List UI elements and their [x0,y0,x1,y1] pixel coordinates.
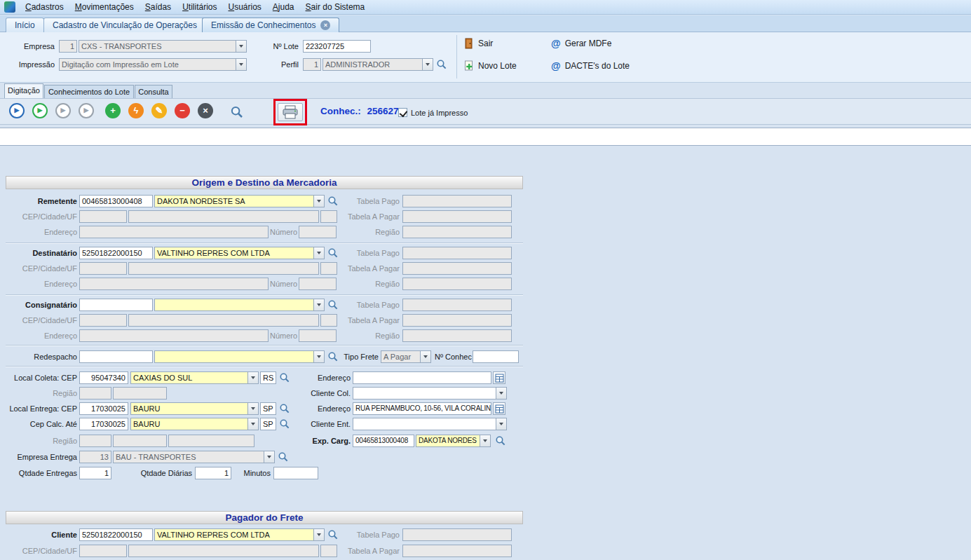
tab-inicio[interactable]: Início [6,18,44,32]
destinatario-numero-field[interactable] [299,278,337,290]
nav-first-button[interactable]: ▶ [9,103,25,118]
tab-vinculacao-operacoes[interactable]: Cadastro de Vinculação de Operações [43,18,206,32]
local-coleta-cidade-combo[interactable]: CAXIAS DO SUL [130,371,259,384]
sair-button[interactable]: Sair [464,38,493,49]
empresa-entrega-code-field[interactable]: 13 [79,451,111,463]
destinatario-tabela-pago-field[interactable] [402,247,512,259]
remetente-endereco-field[interactable] [79,226,269,238]
exp-carg-combo[interactable]: DAKOTA NORDES [416,435,491,447]
cliente-cidade-field[interactable] [128,545,319,557]
consignatario-tabela-pago-field[interactable] [402,299,512,311]
consignatario-regiao-field[interactable] [402,329,512,342]
consignatario-cidade-field[interactable] [128,314,319,327]
redespacho-search-icon[interactable] [327,351,339,363]
destinatario-cep-field[interactable] [79,262,127,275]
impressao-combo[interactable]: Digitação com Impressão em Lote [59,58,247,71]
qtdade-diarias-field[interactable]: 1 [195,467,231,479]
dactes-lote-button[interactable]: @ DACTE's do Lote [551,60,630,71]
coleta-endereco-lookup-button[interactable] [493,371,505,384]
empresa-code-field[interactable]: 1 [59,40,77,53]
local-entrega-uf-field[interactable]: SP [260,402,276,415]
cliente-col-combo[interactable] [353,387,507,399]
destinatario-cidade-field[interactable] [128,262,319,275]
exp-carg-search-icon[interactable] [495,435,507,447]
empresa-entrega-search-icon[interactable] [278,451,290,463]
menu-saidas[interactable]: Saídas [140,1,177,13]
consignatario-cep-field[interactable] [79,314,127,327]
local-coleta-search-icon[interactable] [279,372,291,384]
cep-calc-cidade-combo[interactable]: BAURU [130,418,259,430]
consignatario-combo[interactable] [154,299,325,311]
destinatario-cnpj-field[interactable]: 52501822000150 [79,247,153,259]
destinatario-search-icon[interactable] [327,247,339,259]
menu-ajuda[interactable]: Ajuda [267,1,300,13]
gerar-mdfe-button[interactable]: @ Gerar MDFe [551,38,611,49]
coleta-endereco-field[interactable] [353,371,491,384]
consignatario-endereco-field[interactable] [79,329,269,342]
remetente-regiao-field[interactable] [402,226,512,238]
cliente-tabela-pago-field[interactable] [402,528,512,541]
consignatario-tabela-a-pagar-field[interactable] [402,314,512,327]
cliente-search-icon[interactable] [327,529,339,541]
edit-record-button[interactable]: ✎ [151,103,167,118]
menu-cadastros[interactable]: Cadastros [20,1,69,13]
destinatario-regiao-field[interactable] [402,278,512,290]
tab-emissao-conhecimentos[interactable]: Emissão de Conhecimentos × [202,18,339,32]
empresa-entrega-combo[interactable]: BAU - TRANSPORTES [113,451,275,463]
novo-lote-button[interactable]: Novo Lote [464,60,517,71]
destinatario-uf-field[interactable] [320,262,337,275]
destinatario-combo[interactable]: VALTINHO REPRES COM LTDA [154,247,325,259]
local-entrega-cep-field[interactable]: 17030025 [79,402,128,415]
empty-record-strip[interactable] [0,128,971,146]
cliente-cep-field[interactable] [79,545,127,557]
toolbar-search-icon[interactable] [230,105,242,117]
local-coleta-uf-field[interactable]: RS [260,371,276,384]
remetente-tabela-pago-field[interactable] [402,195,512,207]
subtab-consulta[interactable]: Consulta [135,85,172,99]
local-coleta-cep-field[interactable]: 95047340 [79,371,128,384]
subtab-conhecimentos-lote[interactable]: Conhecimentos do Lote [44,85,134,99]
perfil-search-icon[interactable] [436,59,448,71]
nav-prior-button[interactable]: ▶ [32,103,48,118]
perfil-combo[interactable]: ADMINISTRADOR [322,58,433,71]
post-record-button[interactable]: ϟ [128,103,144,118]
no-conhec-field[interactable] [473,350,519,363]
minutos-field[interactable] [273,467,318,479]
destinatario-tabela-a-pagar-field[interactable] [402,262,512,275]
remetente-tabela-a-pagar-field[interactable] [402,210,512,223]
cep-calc-search-icon[interactable] [279,418,291,430]
consignatario-cnpj-field[interactable] [79,299,153,311]
destinatario-endereco-field[interactable] [79,278,269,290]
empresa-combo[interactable]: CXS - TRANSPORTES [79,40,247,53]
menu-sair-sistema[interactable]: Sair do Sistema [300,1,371,13]
entrega-regiao-field-1[interactable] [79,435,111,447]
nav-next-button[interactable]: ▶ [55,103,71,118]
entrega-regiao-field-3[interactable] [168,435,254,447]
remetente-uf-field[interactable] [320,210,337,223]
menu-movimentacoes[interactable]: Movimentações [69,1,140,13]
entrega-endereco-field[interactable]: RUA PERNAMBUCO, 10-56, VILA CORALINA [353,402,491,415]
nav-last-button[interactable]: ▶ [79,103,94,118]
qtdade-entregas-field[interactable]: 1 [79,467,111,479]
remetente-cnpj-field[interactable]: 00465813000408 [79,195,153,207]
close-tab-icon[interactable]: × [320,20,330,30]
insert-record-button[interactable]: + [105,103,121,118]
perfil-code-field[interactable]: 1 [303,58,321,71]
lote-impresso-checkbox[interactable] [398,108,407,117]
redespacho-code-field[interactable] [79,350,153,363]
consignatario-search-icon[interactable] [327,299,339,311]
remetente-combo[interactable]: DAKOTA NORDESTE SA [154,195,325,207]
local-entrega-cidade-combo[interactable]: BAURU [130,402,259,415]
exp-carg-cnpj-field[interactable]: 00465813000408 [353,435,414,447]
cliente-ent-combo[interactable] [353,418,507,430]
cliente-uf-field[interactable] [320,545,337,557]
cep-calc-uf-field[interactable]: SP [260,418,276,430]
entrega-regiao-field-2[interactable] [113,435,167,447]
tipo-frete-combo[interactable]: A Pagar [381,350,431,363]
remetente-cep-field[interactable] [79,210,127,223]
menu-usuarios[interactable]: Usuários [222,1,266,13]
cancel-record-button[interactable]: × [198,103,213,118]
coleta-regiao-field-2[interactable] [113,387,167,399]
coleta-regiao-field-1[interactable] [79,387,111,399]
lote-field[interactable]: 223207725 [303,40,371,53]
